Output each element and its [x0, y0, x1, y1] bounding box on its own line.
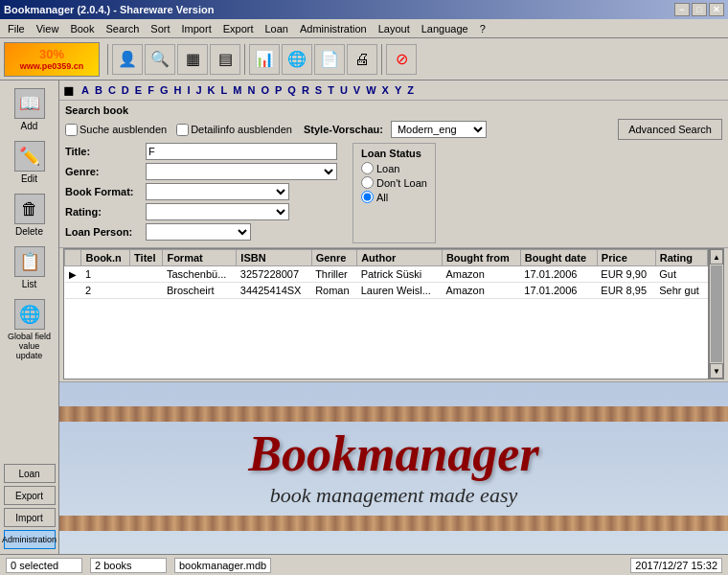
menu-book[interactable]: Book: [64, 21, 100, 36]
alpha-X[interactable]: X: [379, 83, 392, 97]
alpha-G[interactable]: G: [157, 83, 171, 97]
menu-language[interactable]: Language: [416, 21, 474, 36]
menu-help[interactable]: ?: [474, 21, 491, 36]
toolbar-separator-3: [381, 44, 382, 75]
sidebar-btn-import[interactable]: Import: [4, 508, 56, 527]
alpha-O[interactable]: O: [258, 83, 272, 97]
menu-sort[interactable]: Sort: [145, 21, 175, 36]
menu-search[interactable]: Search: [100, 21, 145, 36]
close-button[interactable]: ✕: [709, 3, 724, 16]
sidebar-item-global[interactable]: 🌐 Global field value update: [4, 295, 56, 364]
alpha-M[interactable]: M: [230, 83, 244, 97]
col-rating[interactable]: Rating: [655, 250, 707, 266]
hide-search-checkbox-label[interactable]: Suche ausblenden: [65, 124, 167, 136]
alpha-H[interactable]: H: [171, 83, 184, 97]
sidebar-item-add[interactable]: 📖 Add: [4, 84, 56, 135]
content-area: ◼ A B C D E F G H I J K L M N O P Q R S …: [59, 80, 728, 554]
menu-file[interactable]: File: [2, 21, 31, 36]
scroll-up-button[interactable]: ▲: [710, 249, 723, 264]
toolbar-btn-user[interactable]: 👤: [112, 44, 143, 75]
sidebar-item-list[interactable]: 📋 List: [4, 242, 56, 293]
sidebar-item-delete[interactable]: 🗑 Delete: [4, 190, 56, 241]
alpha-P[interactable]: P: [272, 83, 284, 97]
alpha-F[interactable]: F: [145, 83, 157, 97]
toolbar-btn-print[interactable]: 🖨: [347, 44, 377, 75]
edit-icon: ✏️: [14, 141, 45, 172]
row-price: EUR 8,95: [597, 283, 655, 299]
sidebar-item-edit[interactable]: ✏️ Edit: [4, 137, 56, 188]
maximize-button[interactable]: □: [692, 3, 707, 16]
col-bought-date[interactable]: Bought date: [520, 250, 597, 266]
menu-layout[interactable]: Layout: [373, 21, 416, 36]
col-price[interactable]: Price: [597, 250, 655, 266]
scroll-down-button[interactable]: ▼: [710, 363, 723, 379]
menu-export[interactable]: Export: [217, 21, 260, 36]
col-booknum[interactable]: Book.n: [81, 250, 130, 266]
alpha-A[interactable]: A: [79, 83, 92, 97]
hide-detail-checkbox[interactable]: [176, 124, 189, 136]
radio-loan[interactable]: [361, 162, 374, 174]
minimize-button[interactable]: −: [674, 3, 690, 16]
col-author[interactable]: Author: [357, 250, 443, 266]
search-left-column: Title: Genre: Book Format:: [65, 143, 337, 243]
loan-radio-all[interactable]: All: [361, 191, 427, 203]
sidebar-btn-loan[interactable]: Loan: [4, 464, 56, 483]
toolbar-btn-cancel[interactable]: ⊘: [386, 44, 417, 75]
toolbar-btn-table2[interactable]: ▤: [210, 44, 240, 75]
menu-view[interactable]: View: [31, 21, 65, 36]
advanced-search-button[interactable]: Advanced Search: [618, 119, 722, 140]
alpha-B[interactable]: B: [92, 83, 105, 97]
alpha-K[interactable]: K: [205, 83, 218, 97]
style-select[interactable]: Modern_eng: [391, 121, 487, 138]
alpha-S[interactable]: S: [312, 83, 325, 97]
scroll-thumb[interactable]: [711, 265, 722, 362]
toolbar-btn-pdf[interactable]: 📄: [314, 44, 345, 75]
row-price: EUR 9,90: [597, 266, 655, 283]
alpha-W[interactable]: W: [363, 83, 378, 97]
alpha-R[interactable]: R: [299, 83, 312, 97]
rating-select[interactable]: [146, 203, 289, 220]
menu-administration[interactable]: Administration: [294, 21, 373, 36]
alpha-T[interactable]: T: [325, 83, 337, 97]
alpha-V[interactable]: V: [351, 83, 363, 97]
alpha-I[interactable]: I: [184, 83, 193, 97]
hide-detail-checkbox-label[interactable]: Detailinfo ausblenden: [176, 124, 292, 136]
alpha-D[interactable]: D: [119, 83, 132, 97]
alpha-Q[interactable]: Q: [284, 83, 299, 97]
alpha-Z[interactable]: Z: [404, 83, 417, 97]
radio-dontloan[interactable]: [361, 176, 374, 189]
col-genre[interactable]: Genre: [311, 250, 357, 266]
radio-all[interactable]: [361, 191, 374, 203]
toolbar-btn-globe[interactable]: 🌐: [282, 44, 312, 75]
table-row[interactable]: 2 Broscheirt 34425414SX Roman Lauren Wei…: [65, 283, 708, 299]
title-input[interactable]: [146, 143, 337, 160]
loanperson-select[interactable]: [146, 223, 251, 241]
menu-import[interactable]: Import: [176, 21, 217, 36]
alpha-L[interactable]: L: [218, 83, 231, 97]
alpha-C[interactable]: C: [105, 83, 119, 97]
alpha-U[interactable]: U: [337, 83, 351, 97]
alpha-E[interactable]: E: [132, 83, 145, 97]
col-isbn[interactable]: ISBN: [237, 250, 311, 266]
sidebar-btn-admin[interactable]: Administration: [4, 530, 56, 549]
loan-radio-loan[interactable]: Loan: [361, 162, 427, 174]
format-select[interactable]: [146, 183, 289, 200]
vertical-scrollbar[interactable]: ▲ ▼: [709, 248, 724, 380]
alpha-N[interactable]: N: [244, 83, 258, 97]
loan-radio-dontloan[interactable]: Don't Loan: [361, 176, 427, 189]
row-author: Patrick Süski: [357, 266, 443, 283]
sidebar-btn-export[interactable]: Export: [4, 486, 56, 505]
toolbar-btn-search[interactable]: 🔍: [145, 44, 175, 75]
genre-select[interactable]: [146, 163, 337, 180]
search-options-row: Suche ausblenden Detailinfo ausblenden S…: [65, 119, 722, 140]
toolbar-btn-table1[interactable]: ▦: [177, 44, 208, 75]
alpha-Y[interactable]: Y: [392, 83, 404, 97]
col-format[interactable]: Format: [163, 250, 237, 266]
table-row[interactable]: ▶ 1 Taschenbü... 3257228007 Thriller Pat…: [65, 266, 708, 283]
col-bought-from[interactable]: Bought from: [442, 250, 520, 266]
hide-search-checkbox[interactable]: [65, 124, 78, 136]
col-titel[interactable]: Titel: [130, 250, 163, 266]
toolbar-btn-excel[interactable]: 📊: [249, 44, 280, 75]
alpha-J[interactable]: J: [193, 83, 204, 97]
menu-loan[interactable]: Loan: [260, 21, 294, 36]
